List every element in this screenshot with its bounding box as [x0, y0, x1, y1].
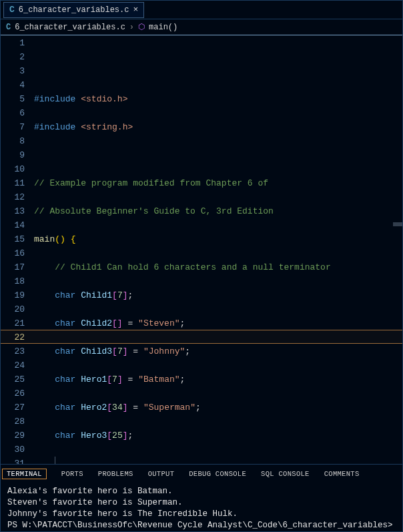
bottom-panel: TERMINAL PORTS PROBLEMS OUTPUT DEBUG CON…: [1, 464, 402, 532]
tab-debug-console[interactable]: DEBUG CONSOLE: [189, 469, 246, 479]
terminal-output-line: Johnny's favorite hero is The Incredible…: [7, 509, 396, 520]
active-line-highlight: [1, 330, 402, 344]
tab-bar: C 6_character_variables.c ×: [1, 1, 402, 19]
tab-terminal[interactable]: TERMINAL: [2, 469, 47, 479]
breadcrumb[interactable]: C 6_character_variables.c › ⬡ main(): [1, 19, 402, 35]
tab-output[interactable]: OUTPUT: [148, 469, 175, 479]
close-icon[interactable]: ×: [133, 5, 138, 15]
breadcrumb-file[interactable]: 6_character_variables.c: [15, 23, 125, 32]
minimap-marker: [393, 222, 402, 226]
chevron-right-icon: ›: [129, 23, 134, 32]
tab-problems[interactable]: PROBLEMS: [98, 469, 133, 479]
tab-label: 6_character_variables.c: [19, 5, 129, 15]
tab-comments[interactable]: COMMENTS: [324, 469, 360, 479]
active-lineno: 22: [1, 330, 25, 344]
terminal-output-line: Steven's favorite hero is Superman.: [7, 497, 396, 509]
panel-tabs: TERMINAL PORTS PROBLEMS OUTPUT DEBUG CON…: [1, 465, 402, 481]
line-gutter: 1 2 3 4 5 6 7 8 9 10 11 12 13 14 15 16 1…: [1, 35, 34, 464]
editor[interactable]: 1 2 3 4 5 6 7 8 9 10 11 12 13 14 15 16 1…: [1, 35, 402, 464]
c-file-icon: C: [9, 5, 15, 15]
c-file-icon: C: [6, 23, 11, 32]
terminal-output-line: Alexia's favorite hero is Batman.: [7, 486, 396, 497]
code-area[interactable]: #include <stdio.h> #include <string.h> /…: [34, 35, 402, 464]
tab-ports[interactable]: PORTS: [61, 469, 83, 479]
tab-sql-console[interactable]: SQL CONSOLE: [261, 469, 310, 479]
editor-tab[interactable]: C 6_character_variables.c ×: [3, 2, 144, 18]
function-icon: ⬡: [138, 22, 145, 32]
terminal[interactable]: Alexia's favorite hero is Batman. Steven…: [1, 481, 402, 532]
terminal-prompt[interactable]: PS W:\PATACCT\BusinessOfc\Revenue Cycle …: [7, 520, 396, 532]
breadcrumb-symbol[interactable]: main(): [149, 23, 177, 32]
